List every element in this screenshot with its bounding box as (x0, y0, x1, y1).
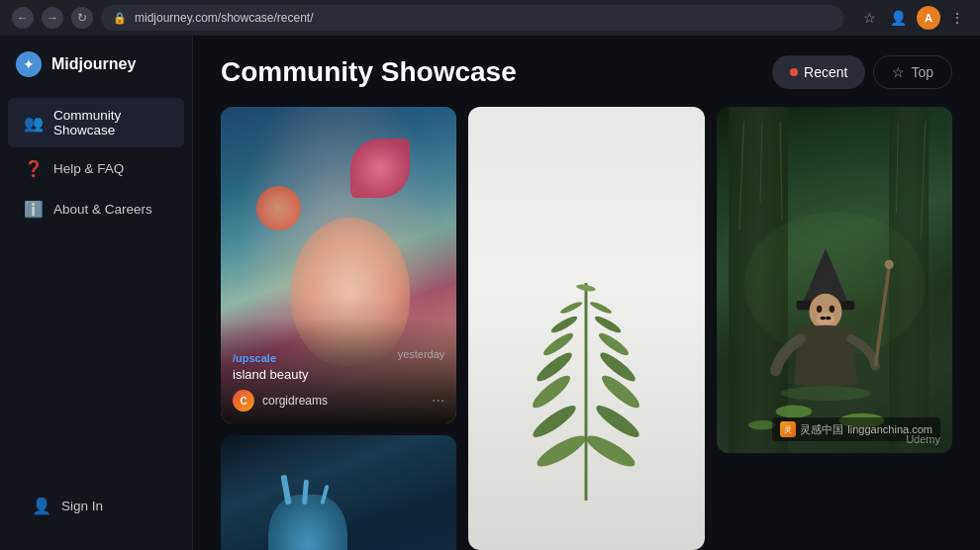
logo-area: ✦ Midjourney (0, 51, 192, 97)
star-icon: ☆ (892, 64, 905, 80)
about-icon: ℹ️ (24, 200, 44, 219)
gallery-card-wizard[interactable]: 灵 灵感中国 lingganchina.com Udemy (717, 107, 952, 453)
sign-in-label: Sign In (61, 499, 103, 513)
card-user: C corgidreams ··· (233, 390, 444, 412)
username: corgidreams (262, 394, 328, 408)
menu-button[interactable]: ⋮ (946, 6, 968, 30)
card-command: /upscale (233, 352, 276, 364)
svg-point-34 (775, 405, 812, 417)
forward-button[interactable]: → (42, 7, 63, 29)
svg-point-10 (599, 371, 644, 412)
svg-line-21 (896, 122, 898, 213)
recent-label: Recent (804, 64, 847, 80)
gallery-col-2 (468, 107, 704, 550)
gallery-grid: /upscale yesterday island beauty C corgi… (221, 107, 952, 550)
filter-buttons: Recent ☆ Top (772, 55, 952, 89)
svg-point-32 (884, 260, 893, 269)
gallery-card-fern[interactable] (468, 107, 704, 550)
user-profile-button[interactable]: A (917, 6, 940, 30)
svg-point-30 (826, 317, 831, 321)
sidebar-bottom: 👤 Sign In (0, 486, 192, 534)
top-label: Top (911, 64, 933, 80)
browser-actions: ☆ 👤 A ⋮ (859, 6, 968, 30)
gallery-card-creature[interactable] (221, 435, 456, 550)
card-image-fern (468, 107, 704, 550)
udemy-badge: Udemy (906, 433, 940, 445)
refresh-button[interactable]: ↻ (71, 7, 93, 29)
card-overlay: /upscale yesterday island beauty C corgi… (221, 319, 456, 423)
main-header: Community Showcase Recent ☆ Top (193, 36, 980, 107)
svg-point-1 (534, 430, 589, 472)
svg-point-6 (549, 314, 579, 335)
avatar: C (233, 390, 254, 412)
fire-icon (790, 68, 798, 76)
help-icon: ❓ (24, 159, 44, 178)
svg-point-27 (829, 306, 833, 313)
svg-point-36 (748, 420, 775, 429)
card-image-wizard (717, 107, 952, 453)
sidebar-item-sign-in[interactable]: 👤 Sign In (16, 487, 176, 525)
card-title: island beauty (233, 367, 444, 382)
card-image-creature (221, 435, 456, 550)
lock-icon: 🔒 (113, 12, 127, 25)
logo-text: Midjourney (51, 55, 136, 73)
page-title: Community Showcase (221, 56, 517, 88)
svg-line-18 (739, 122, 744, 230)
gallery-col-3: 灵 灵感中国 lingganchina.com Udemy (717, 107, 952, 550)
sidebar-item-label: Community Showcase (53, 108, 168, 138)
svg-line-19 (760, 122, 762, 203)
svg-line-22 (921, 122, 926, 239)
sidebar-item-help-faq[interactable]: ❓ Help & FAQ (8, 149, 184, 188)
top-filter-button[interactable]: ☆ Top (873, 55, 952, 89)
svg-point-13 (593, 314, 623, 335)
sidebar-item-label: About & Careers (53, 202, 152, 217)
svg-point-33 (780, 386, 871, 401)
gallery-container: /upscale yesterday island beauty C corgi… (193, 107, 980, 550)
gallery-col-1: /upscale yesterday island beauty C corgi… (221, 107, 456, 550)
community-showcase-icon: 👥 (24, 114, 44, 133)
recent-filter-button[interactable]: Recent (772, 55, 865, 89)
browser-chrome: ← → ↻ 🔒 midjourney.com/showcase/recent/ … (0, 0, 980, 36)
bookmark-button[interactable]: ☆ (859, 6, 880, 30)
gallery-card-underwater[interactable]: /upscale yesterday island beauty C corgi… (221, 107, 456, 423)
sign-in-icon: 👤 (32, 497, 51, 515)
sidebar-item-community-showcase[interactable]: 👥 Community Showcase (8, 98, 184, 147)
address-bar[interactable]: 🔒 midjourney.com/showcase/recent/ (101, 5, 843, 31)
svg-point-26 (816, 306, 821, 313)
card-header-row: /upscale yesterday (233, 348, 444, 367)
svg-point-29 (820, 317, 825, 321)
url-text: midjourney.com/showcase/recent/ (135, 11, 314, 25)
sidebar-item-about-careers[interactable]: ℹ️ About & Careers (8, 190, 184, 229)
watermark-logo: 灵 (780, 421, 796, 437)
main-content: Community Showcase Recent ☆ Top (193, 36, 980, 550)
sidebar-item-label: Help & FAQ (53, 161, 124, 176)
profile-area[interactable]: 👤 (886, 6, 911, 30)
svg-point-8 (583, 430, 638, 472)
logo-icon: ✦ (16, 51, 42, 77)
svg-point-28 (816, 313, 833, 325)
svg-point-14 (589, 300, 613, 316)
sidebar: ✦ Midjourney 👥 Community Showcase ❓ Help… (0, 36, 193, 550)
svg-point-3 (530, 371, 575, 412)
svg-line-20 (780, 122, 782, 222)
card-timestamp: yesterday (398, 348, 445, 360)
back-button[interactable]: ← (12, 7, 34, 29)
app-body: ✦ Midjourney 👥 Community Showcase ❓ Help… (0, 36, 980, 550)
more-options-icon[interactable]: ··· (432, 392, 444, 410)
watermark-site: 灵感中国 (800, 422, 843, 437)
svg-point-7 (559, 300, 583, 316)
